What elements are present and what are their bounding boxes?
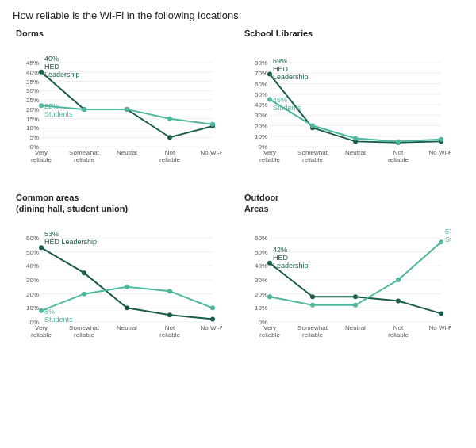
data-point <box>310 294 315 299</box>
data-point <box>439 239 443 244</box>
data-point <box>439 312 443 316</box>
x-axis-label: Not <box>165 324 175 331</box>
data-point <box>167 117 172 121</box>
series-annotation: Leadership <box>273 73 309 81</box>
y-axis-label: 30% <box>26 88 39 95</box>
data-point <box>310 303 315 308</box>
main-title: How reliable is the Wi-Fi in the followi… <box>13 10 463 21</box>
series-annotation: HED <box>273 65 289 73</box>
y-axis-label: 25% <box>26 97 39 104</box>
y-axis-label: 60% <box>255 81 267 88</box>
y-axis-label: 70% <box>255 71 267 78</box>
data-point <box>353 136 358 141</box>
series-annotation: 8% <box>44 308 55 316</box>
data-point <box>210 306 215 311</box>
y-axis-label: 20% <box>26 106 39 113</box>
y-axis-label: 30% <box>26 277 39 284</box>
data-point <box>353 294 358 299</box>
y-axis-label: 50% <box>255 249 267 256</box>
data-point <box>396 299 401 304</box>
y-axis-label: 10% <box>255 305 267 312</box>
series-annotation: 45% <box>273 97 287 105</box>
data-point <box>439 137 443 142</box>
y-axis-label: 10% <box>255 133 267 140</box>
chart-svg-common-areas: 60%50%40%30%20%10%0%VeryreliableSomewhat… <box>16 216 222 350</box>
series-annotation: Students <box>44 316 73 324</box>
series-annotation: Students <box>273 105 301 113</box>
x-axis-label: Neutral <box>117 149 137 156</box>
y-axis-label: 10% <box>26 125 39 132</box>
series-annotation: 40% <box>44 55 59 63</box>
chart-svg-outdoor-areas: 60%50%40%30%20%10%0%VeryreliableSomewhat… <box>244 216 451 350</box>
y-axis-label: 60% <box>255 235 267 242</box>
series-annotation: Leadership <box>273 262 309 270</box>
data-point <box>39 103 44 108</box>
x-axis-label: Somewhat <box>69 149 100 156</box>
x-axis-label: reliable <box>31 331 52 339</box>
chart-title-dorms: Dorms <box>16 28 232 39</box>
y-axis-label: 50% <box>255 91 267 98</box>
x-axis-label: reliable <box>159 331 180 339</box>
x-axis-label: reliable <box>74 331 94 339</box>
chart-common-areas: Common areas (dining hall, student union… <box>13 192 235 353</box>
data-point <box>310 124 315 128</box>
series-annotation: 57% <box>445 228 451 235</box>
charts-grid: Dorms45%40%35%30%25%20%15%10%5%0%Veryrel… <box>13 28 463 352</box>
y-axis-label: 5% <box>29 135 39 142</box>
chart-svg-dorms: 45%40%35%30%25%20%15%10%5%0%Veryreliable… <box>16 40 222 175</box>
series-annotation: 53% <box>44 231 59 239</box>
y-axis-label: 45% <box>26 59 39 67</box>
x-axis-label: Very <box>35 149 48 156</box>
x-axis-label: reliable <box>159 156 180 163</box>
data-point <box>82 270 86 275</box>
data-point <box>39 246 44 251</box>
series-annotation: HED Leadership <box>44 239 97 247</box>
x-axis-label: Somewhat <box>69 324 100 331</box>
series-annotation: 42% <box>273 246 287 254</box>
y-axis-label: 30% <box>255 277 267 284</box>
x-axis-label: reliable <box>388 156 409 163</box>
series-annotation: 22% <box>44 102 59 110</box>
series-annotation: Leadership <box>44 71 80 78</box>
x-axis-label: Neutral <box>345 149 366 156</box>
x-axis-label: Not <box>393 149 404 156</box>
data-point <box>82 292 86 297</box>
y-axis-label: 40% <box>255 263 267 270</box>
y-axis-label: 20% <box>255 291 267 298</box>
series-annotation: Students <box>44 110 73 118</box>
x-axis-label: Very <box>263 149 276 156</box>
x-axis-label: Somewhat <box>298 149 328 156</box>
y-axis-label: 40% <box>26 263 39 270</box>
data-point <box>125 285 129 289</box>
data-point <box>353 303 358 308</box>
x-axis-label: No Wi-Fi <box>200 324 222 331</box>
y-axis-label: 10% <box>26 305 39 312</box>
page: How reliable is the Wi-Fi in the followi… <box>0 0 476 358</box>
chart-title-school-libraries: School Libraries <box>244 28 460 39</box>
y-axis-label: 30% <box>255 113 267 120</box>
data-point <box>267 294 272 299</box>
data-point <box>167 289 172 293</box>
x-axis-label: No Wi-Fi <box>200 149 222 156</box>
data-point <box>125 107 129 112</box>
data-point <box>82 107 86 112</box>
y-axis-label: 20% <box>26 291 39 298</box>
x-axis-label: No Wi-Fi <box>428 149 451 156</box>
y-axis-label: 60% <box>26 235 39 242</box>
x-axis-label: Very <box>35 324 48 331</box>
series-line-HED-Leadership <box>41 72 213 137</box>
data-point <box>167 136 172 140</box>
data-point <box>267 98 272 102</box>
chart-title-outdoor-areas: Outdoor Areas <box>244 192 460 215</box>
chart-outdoor-areas: Outdoor Areas60%50%40%30%20%10%0%Veryrel… <box>241 192 463 353</box>
y-axis-label: 40% <box>26 69 39 76</box>
x-axis-label: reliable <box>259 331 280 339</box>
y-axis-label: 80% <box>255 59 267 67</box>
data-point <box>396 278 401 282</box>
y-axis-label: 50% <box>26 249 39 256</box>
x-axis-label: Not <box>393 324 404 331</box>
chart-title-common-areas: Common areas (dining hall, student union… <box>16 192 232 215</box>
series-annotation: 69% <box>273 57 287 65</box>
data-point <box>267 261 272 266</box>
y-axis-label: 35% <box>26 78 39 86</box>
